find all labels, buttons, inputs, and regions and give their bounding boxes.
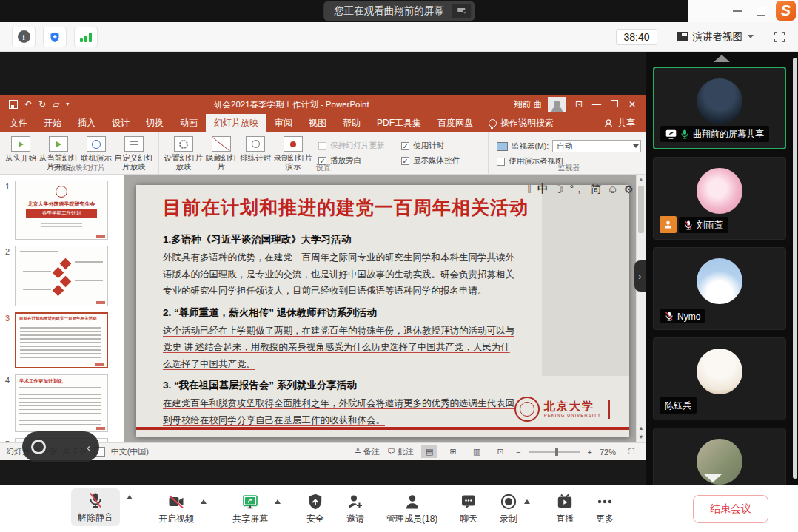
- tab-design[interactable]: 设计: [104, 114, 138, 132]
- expand-caret-icon[interactable]: [524, 499, 530, 504]
- view-mode-selector[interactable]: 演讲者视图: [677, 30, 754, 44]
- end-meeting-button[interactable]: 结束会议: [693, 495, 768, 523]
- camera-off-icon: [167, 493, 185, 511]
- hamburger-icon: [456, 6, 466, 16]
- use-timings-checkbox[interactable]: ✓ 使用计时: [401, 139, 483, 152]
- comments-button[interactable]: 🗩 批注: [387, 446, 414, 457]
- zoom-slider-thumb[interactable]: [555, 448, 558, 456]
- redo-icon[interactable]: ↻: [38, 100, 46, 109]
- meeting-info-button[interactable]: i: [12, 27, 36, 47]
- info-icon: i: [18, 30, 30, 43]
- next-slide-button[interactable]: ▼: [638, 434, 643, 440]
- keep-slides-updated-checkbox[interactable]: 保持幻灯片更新: [318, 139, 398, 152]
- slideshow-view-button[interactable]: ⊡: [492, 445, 509, 458]
- slide-sorter-view-button[interactable]: ⊞: [445, 445, 461, 458]
- chat-button[interactable]: 聊天: [460, 493, 477, 525]
- manage-members-button[interactable]: 管理成员(18): [386, 493, 437, 525]
- current-slide[interactable]: 目前在计划和推进的建党一百周年相关活动 1.多语种《习近平谈治国理政》大学习活动…: [136, 185, 629, 437]
- tab-animations[interactable]: 动画: [172, 114, 206, 132]
- language-label[interactable]: 中文(中国): [111, 446, 149, 457]
- record-label: 录制: [500, 513, 517, 525]
- tab-insert[interactable]: 插入: [70, 114, 104, 132]
- invite-button[interactable]: 邀请: [346, 493, 364, 525]
- tab-help[interactable]: 帮助: [335, 114, 369, 132]
- reading-view-button[interactable]: ▥: [469, 445, 485, 458]
- minimize-button[interactable]: [733, 10, 742, 12]
- scroll-up-arrow[interactable]: [714, 55, 730, 62]
- tellme-search[interactable]: 操作说明搜索: [481, 114, 561, 132]
- video-tile-screen-share[interactable]: 曲翔前的屏幕共享: [653, 67, 786, 149]
- tab-view[interactable]: 视图: [301, 114, 335, 132]
- thumbnail-slide-4[interactable]: 学术工作更加计划化: [15, 374, 108, 432]
- video-tile[interactable]: 陈钰兵: [653, 337, 786, 420]
- unmute-label: 解除静音: [78, 511, 113, 524]
- tab-slideshow[interactable]: 幻灯片放映: [206, 114, 266, 132]
- meeting-security-button[interactable]: [43, 27, 67, 47]
- ppt-restore-button[interactable]: [606, 99, 623, 110]
- more-button[interactable]: 更多: [596, 493, 614, 525]
- thumb-number: 1: [0, 181, 15, 240]
- participant-name: 刘雨萱: [697, 219, 723, 232]
- maximize-button[interactable]: [757, 7, 765, 16]
- mic-on-icon: [680, 129, 689, 139]
- ppt-account[interactable]: 翔前 曲: [514, 97, 566, 112]
- tab-baidu-netdisk[interactable]: 百度网盘: [429, 114, 481, 132]
- video-tile[interactable]: Nymo: [653, 247, 786, 330]
- record-button[interactable]: 录制: [500, 493, 517, 525]
- monitor-select[interactable]: 自动: [552, 140, 641, 152]
- scroll-down-arrow[interactable]: [703, 474, 722, 482]
- thumbnail-row: 1 北京大学外国语学院研究生会 春季学期工作计划: [0, 181, 124, 240]
- undo-icon[interactable]: ↶: [24, 100, 32, 109]
- share-screen-button[interactable]: 共享屏幕: [232, 493, 268, 525]
- ppt-share-button[interactable]: 共享: [593, 114, 646, 132]
- network-signal-button[interactable]: [74, 27, 98, 47]
- present-online-button[interactable]: 联机演示: [79, 135, 113, 162]
- thumbnail-slide-2[interactable]: [15, 246, 108, 306]
- from-beginning-button[interactable]: 从头开始: [4, 135, 38, 162]
- tab-home[interactable]: 开始: [36, 114, 70, 132]
- zoom-level[interactable]: 72%: [600, 448, 616, 457]
- thumbnail-slide-1[interactable]: 北京大学外国语学院研究生会 春季学期工作计划: [15, 181, 108, 240]
- sogou-input-icon[interactable]: S: [776, 1, 796, 21]
- section-3-heading: 3. “我在祖国基层报告会” 系列就业分享活动: [163, 379, 518, 392]
- thumbnail-slide-3-selected[interactable]: 目前在计划和推进的建党一百周年相关活动: [15, 312, 108, 368]
- unmute-button[interactable]: 解除静音: [71, 488, 120, 526]
- normal-view-button[interactable]: ▤: [421, 445, 437, 458]
- banner-menu-button[interactable]: [452, 4, 471, 18]
- ime-toolbar[interactable]: ‖ 中 ☽ °， 简 ☺ ⚙: [527, 182, 634, 196]
- tile-label: Nymo: [660, 309, 705, 323]
- fullscreen-button[interactable]: [773, 31, 786, 43]
- zoom-out-button[interactable]: −: [516, 448, 520, 457]
- tab-file[interactable]: 文件: [1, 114, 36, 132]
- security-button[interactable]: 安全: [306, 493, 324, 525]
- rehearse-timings-button[interactable]: 排练计时: [238, 135, 272, 162]
- scroll-up-icon[interactable]: ▲: [638, 176, 644, 183]
- video-panel-collapse-tab[interactable]: ›: [634, 260, 646, 292]
- user-avatar: [548, 97, 566, 112]
- ppt-minimize-button[interactable]: —: [588, 99, 606, 110]
- slide-scrollbar[interactable]: ▲ ▲ ▼: [636, 175, 646, 442]
- save-icon[interactable]: [9, 100, 18, 109]
- zoom-slider[interactable]: [529, 451, 580, 453]
- member-person-icon: [403, 493, 421, 511]
- thumb-logo-mark: [95, 363, 104, 366]
- expand-caret-icon[interactable]: [201, 499, 207, 504]
- video-tile[interactable]: 刘雨萱: [653, 157, 786, 240]
- tab-pdf-tools[interactable]: PDF工具集: [369, 114, 429, 132]
- fit-slide-button[interactable]: ⛶: [623, 445, 640, 458]
- notes-button[interactable]: ≜ 备注: [355, 446, 380, 457]
- ribbon-display-options-button[interactable]: ⊡: [570, 99, 588, 110]
- meeting-floating-widget[interactable]: ‹: [22, 431, 99, 462]
- expand-caret-icon[interactable]: [127, 495, 133, 499]
- start-video-button[interactable]: 开启视频: [158, 493, 194, 525]
- slideshow-qat-icon[interactable]: ▱: [53, 100, 59, 109]
- tab-transitions[interactable]: 切换: [138, 114, 172, 132]
- previous-slide-button[interactable]: ▲: [638, 425, 643, 431]
- scrollbar-thumb[interactable]: [638, 186, 644, 233]
- ppt-close-button[interactable]: ✕: [623, 99, 641, 110]
- tab-review[interactable]: 审阅: [266, 114, 301, 132]
- zoom-in-button[interactable]: +: [588, 448, 592, 457]
- expand-caret-icon[interactable]: [275, 499, 281, 504]
- sidebar-scrollbar[interactable]: [793, 58, 797, 479]
- live-stream-button[interactable]: 直播: [556, 493, 574, 525]
